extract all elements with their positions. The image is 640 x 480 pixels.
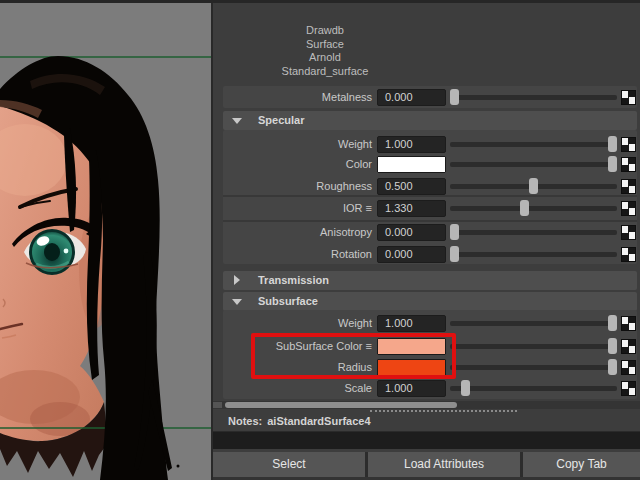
- attr-row-rotation: Rotation 0.000: [223, 244, 637, 264]
- slider-handle[interactable]: [608, 156, 617, 172]
- notes-label: Notes:: [228, 415, 262, 427]
- character-render: [0, 3, 211, 480]
- roughness-input[interactable]: 0.500: [377, 178, 446, 195]
- slider-track: [450, 365, 617, 370]
- attr-label: Scale: [223, 378, 372, 398]
- load-attributes-button[interactable]: Load Attributes: [368, 452, 520, 477]
- chevron-down-icon: [232, 299, 242, 305]
- specular-color-slider[interactable]: [450, 156, 617, 172]
- 3d-viewport[interactable]: [0, 3, 211, 480]
- notes-node-name: aiStandardSurface4: [267, 415, 370, 427]
- texture-map-icon[interactable]: [621, 247, 636, 262]
- texture-map-icon[interactable]: [621, 201, 636, 216]
- rotation-slider[interactable]: [450, 246, 617, 262]
- section-header-subsurface[interactable]: Subsurface: [223, 292, 637, 311]
- scale-input[interactable]: 1.000: [377, 380, 446, 397]
- highlight-box: [251, 333, 456, 379]
- texture-map-icon[interactable]: [621, 90, 636, 105]
- attr-label: Rotation: [223, 244, 372, 264]
- texture-map-icon[interactable]: [621, 381, 636, 396]
- section-header-transmission[interactable]: Transmission: [223, 271, 637, 290]
- subsurface-color-slider[interactable]: [450, 338, 617, 354]
- select-button[interactable]: Select: [213, 452, 365, 477]
- texture-map-icon[interactable]: [621, 360, 636, 375]
- ior-input[interactable]: 1.330: [377, 200, 446, 217]
- subsurface-weight-input[interactable]: 1.000: [377, 315, 446, 332]
- attr-row-scale: Scale 1.000: [223, 378, 637, 398]
- metalness-slider[interactable]: [450, 89, 617, 105]
- slider-track: [450, 162, 617, 167]
- copy-tab-button[interactable]: Copy Tab: [523, 452, 640, 477]
- material-header-label: Drawdb Surface Arnold Standard_surface: [213, 24, 437, 78]
- attribute-editor: Drawdb Surface Arnold Standard_surface M…: [213, 3, 640, 480]
- slider-track: [450, 344, 617, 349]
- maya-window: Drawdb Surface Arnold Standard_surface M…: [0, 0, 640, 480]
- chevron-down-icon: [232, 118, 242, 124]
- attr-row-ior: IOR ≡ 1.330: [223, 198, 637, 218]
- button-bar: Select Load Attributes Copy Tab: [213, 452, 640, 477]
- slider-track: [450, 230, 617, 235]
- texture-map-icon[interactable]: [621, 179, 636, 194]
- attr-row-subsurface-weight: Weight 1.000: [223, 313, 637, 333]
- texture-map-icon[interactable]: [621, 339, 636, 354]
- slider-handle[interactable]: [529, 178, 538, 194]
- texture-map-icon[interactable]: [621, 157, 636, 172]
- anisotropy-slider[interactable]: [450, 224, 617, 240]
- slider-track: [450, 206, 617, 211]
- attr-row-specular-color: Color: [223, 154, 637, 174]
- chevron-right-icon: [234, 275, 240, 285]
- attr-row-specular-weight: Weight 1.000: [223, 134, 637, 154]
- attr-label: Metalness: [223, 87, 372, 107]
- slider-track: [450, 95, 617, 100]
- slider-track: [450, 386, 617, 391]
- texture-map-icon[interactable]: [621, 225, 636, 240]
- slider-track: [450, 321, 617, 326]
- attr-label: Anisotropy: [223, 222, 372, 242]
- texture-map-icon[interactable]: [621, 137, 636, 152]
- subsurface-weight-slider[interactable]: [450, 315, 617, 331]
- slider-handle[interactable]: [520, 200, 529, 216]
- specular-color-swatch[interactable]: [377, 156, 446, 173]
- section-header-specular[interactable]: Specular: [223, 111, 637, 130]
- slider-handle[interactable]: [461, 380, 470, 396]
- texture-map-icon[interactable]: [621, 316, 636, 331]
- horizontal-scrollbar[interactable]: [213, 401, 640, 409]
- notes-line: Notes:aiStandardSurface4: [228, 415, 376, 427]
- radius-slider[interactable]: [450, 359, 617, 375]
- attr-label: Weight: [223, 134, 372, 154]
- slider-track: [450, 142, 617, 147]
- rotation-input[interactable]: 0.000: [377, 246, 446, 263]
- slider-handle[interactable]: [450, 89, 459, 105]
- scrollbar-thumb[interactable]: [225, 402, 457, 408]
- slider-handle[interactable]: [608, 136, 617, 152]
- attr-label: Roughness: [223, 176, 372, 196]
- attr-label: IOR ≡: [223, 198, 372, 218]
- section-label: Transmission: [258, 271, 329, 290]
- slider-handle[interactable]: [608, 315, 617, 331]
- slider-handle[interactable]: [608, 359, 617, 375]
- slider-handle[interactable]: [450, 224, 459, 240]
- ior-slider[interactable]: [450, 200, 617, 216]
- slider-handle[interactable]: [450, 246, 459, 262]
- scale-slider[interactable]: [450, 380, 617, 396]
- roughness-slider[interactable]: [450, 178, 617, 194]
- attr-row-metalness: Metalness 0.000: [223, 87, 637, 107]
- attr-row-roughness: Roughness 0.500: [223, 176, 637, 196]
- attr-label: Weight: [223, 313, 372, 333]
- notes-field[interactable]: [213, 431, 640, 449]
- specular-weight-input[interactable]: 1.000: [377, 136, 446, 153]
- metalness-input[interactable]: 0.000: [377, 89, 446, 106]
- slider-handle[interactable]: [608, 338, 617, 354]
- specular-weight-slider[interactable]: [450, 136, 617, 152]
- notes-divider-dotted[interactable]: [370, 410, 517, 412]
- section-label: Subsurface: [258, 292, 318, 311]
- attr-label: Color: [223, 154, 372, 174]
- section-label: Specular: [258, 111, 304, 130]
- anisotropy-input[interactable]: 0.000: [377, 224, 446, 241]
- attr-row-anisotropy: Anisotropy 0.000: [223, 222, 637, 242]
- slider-track: [450, 252, 617, 257]
- scrollbar-cap: [213, 402, 222, 408]
